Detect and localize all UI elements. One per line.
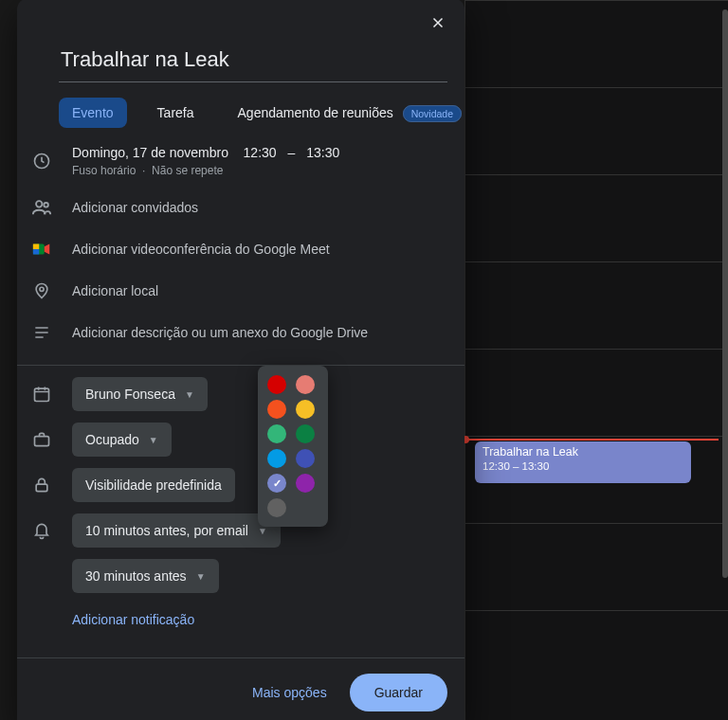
close-icon [429,14,446,31]
chevron-down-icon: ▼ [149,435,158,445]
chevron-down-icon: ▼ [258,526,267,536]
notification-1-select[interactable]: 10 minutos antes, por email ▼ [72,513,281,548]
tab-scheduling-label: Agendamento de reuniões [238,105,393,120]
svg-rect-5 [33,249,39,255]
briefcase-icon [30,428,53,451]
visibility-select[interactable]: Visibilidade predefinida [72,468,235,502]
google-meet-icon [30,238,53,261]
svg-rect-9 [36,484,47,492]
notification-2-select[interactable]: 30 minutos antes ▼ [72,559,219,593]
calendar-grid-background: Trabalhar na Leak 12:30 – 13:30 [464,0,728,720]
now-indicator-line [465,439,719,441]
visibility-label: Visibilidade predefinida [85,477,222,493]
add-meet-row[interactable]: Adicionar videoconferência do Google Mee… [17,228,464,270]
save-button[interactable]: Guardar [350,674,447,711]
more-options-button[interactable]: Mais opções [246,675,333,710]
svg-point-6 [40,287,44,291]
event-start-time: 12:30 [244,145,277,160]
add-notification-link[interactable]: Adicionar notificação [72,604,194,635]
scheduling-new-badge: Novidade [403,105,462,122]
color-swatch-flamingo[interactable] [296,375,315,394]
color-swatch-banana[interactable] [296,400,315,419]
lock-icon [30,474,53,496]
calendar-event-block[interactable]: Trabalhar na Leak 12:30 – 13:30 [475,441,691,483]
event-block-title: Trabalhar na Leak [482,445,683,459]
tab-task[interactable]: Tarefa [144,98,208,128]
event-type-tabs: Evento Tarefa Agendamento de reuniões No… [59,98,464,128]
color-swatch-graphite[interactable] [267,498,286,517]
calendar-owner-label: Bruno Fonseca [85,387,175,402]
calendar-icon [30,383,53,405]
color-swatch-peacock[interactable] [267,449,286,468]
chevron-down-icon: ▼ [185,389,194,400]
event-date-label: Domingo, 17 de novembro [72,145,228,160]
event-block-time: 12:30 – 13:30 [482,460,683,472]
event-title-input[interactable] [59,42,447,82]
add-location-row[interactable]: Adicionar local [17,270,464,312]
color-swatch-tangerine[interactable] [267,400,286,419]
add-description-label: Adicionar descrição ou um anexo do Googl… [72,325,449,340]
svg-point-1 [36,201,42,207]
description-icon [30,321,53,344]
color-swatch-lavender[interactable] [267,474,286,493]
add-meet-label: Adicionar videoconferência do Google Mee… [72,242,449,257]
repeat-link[interactable]: Não se repete [152,164,223,177]
people-icon [30,196,53,219]
add-guests-row[interactable]: Adicionar convidados [17,187,464,228]
color-swatch-sage[interactable] [267,424,286,443]
scrollbar[interactable] [722,9,728,578]
add-location-label: Adicionar local [72,283,449,298]
color-swatch-blueberry[interactable] [296,449,315,468]
notification-1-label: 10 minutos antes, por email [85,523,248,538]
bell-icon [30,519,53,542]
chevron-down-icon: ▼ [196,571,206,582]
color-swatch-tomato[interactable] [267,375,286,394]
tab-event[interactable]: Evento [59,98,127,128]
add-description-row[interactable]: Adicionar descrição ou um anexo do Googl… [17,312,464,353]
close-button[interactable] [421,6,455,40]
calendar-owner-select[interactable]: Bruno Fonseca ▼ [72,377,208,411]
svg-rect-7 [35,388,49,401]
tab-scheduling[interactable]: Agendamento de reuniões Novidade [225,98,476,128]
timezone-link[interactable]: Fuso horário [72,164,136,177]
color-swatch-basil[interactable] [296,424,315,443]
color-swatch-grape[interactable] [296,474,315,493]
svg-rect-8 [35,437,49,446]
clock-icon [30,150,53,172]
calendar-day-column[interactable]: Trabalhar na Leak 12:30 – 13:30 [464,0,728,720]
section-divider [17,365,464,366]
svg-point-2 [44,203,48,207]
svg-rect-4 [33,244,39,250]
notification-2-label: 30 minutos antes [85,568,187,584]
date-time-row[interactable]: Domingo, 17 de novembro 12:30 – 13:30 Fu… [17,135,464,187]
event-editor-modal: Evento Tarefa Agendamento de reuniões No… [17,0,464,720]
add-guests-label: Adicionar convidados [72,200,449,215]
location-icon [30,279,53,302]
availability-select[interactable]: Ocupado ▼ [72,423,172,457]
color-picker-popover [258,366,328,527]
availability-label: Ocupado [85,432,139,447]
event-end-time: 13:30 [306,145,339,160]
